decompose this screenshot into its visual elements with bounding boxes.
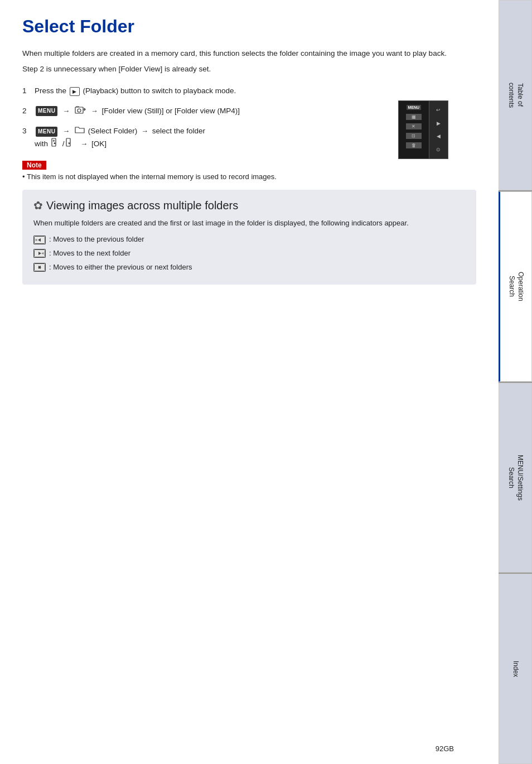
sidebar-tab-index-label: Index — [511, 661, 520, 677]
tip-title: ✿ Viewing images across multiple folders — [33, 199, 465, 212]
tip-indicator-prev: : Moves to the previous folder — [33, 234, 465, 246]
screen-icon-1: ▦ — [406, 114, 422, 120]
tip-indicator-prev-text: : Moves to the previous folder — [49, 234, 144, 246]
screen-mock: MENU ▦ ✕ ⊡ 🗑 ↩ ▶ ◀ ⊙ — [398, 100, 448, 159]
tip-sun-icon: ✿ — [33, 199, 43, 212]
view-mode-icon — [75, 105, 86, 118]
screen-icon-4: 🗑 — [406, 142, 422, 148]
screen-icon-2: ✕ — [406, 123, 422, 129]
page-title: Select Folder — [22, 17, 476, 36]
step-3-arrow-2: → — [141, 127, 148, 135]
sidebar: Table ofcontents OperationSearch MENU/Se… — [499, 0, 532, 764]
sidebar-tab-index[interactable]: Index — [499, 574, 532, 764]
svg-rect-7 — [35, 239, 37, 241]
screen-right-icon-1: ↩ — [436, 107, 441, 113]
sidebar-tab-toc[interactable]: Table ofcontents — [499, 0, 532, 190]
intro-text-1: When multiple folders are created in a m… — [22, 47, 476, 60]
intro-text-2: Step 2 is unnecessary when [Folder View]… — [22, 63, 476, 75]
screen-icon-row-2: ✕ — [400, 122, 427, 131]
next-folder-icon — [33, 249, 46, 258]
note-text: • This item is not displayed when the in… — [22, 172, 476, 181]
main-content: Select Folder When multiple folders are … — [0, 0, 499, 764]
tip-body: When multiple folders are created and th… — [33, 218, 465, 273]
step-1: 1 Press the ▶ (Playback) button to switc… — [22, 85, 476, 97]
step-3-with-text: with — [35, 140, 48, 148]
menu-badge-3: MENU — [36, 127, 57, 137]
folder-icon — [75, 125, 85, 138]
up-icon: ▲ — [51, 138, 61, 150]
svg-point-1 — [78, 109, 81, 112]
step-3-arrow-3: → — [80, 140, 88, 148]
screen-left: MENU ▦ ✕ ⊡ 🗑 — [399, 101, 429, 158]
screen-icon-row-1: ▦ — [400, 112, 427, 121]
tip-indicator-next-text: : Moves to the next folder — [49, 248, 130, 260]
prev-folder-icon — [33, 236, 46, 244]
screen-icon-row-3: ⊡ — [400, 131, 427, 140]
screen-icon-row-4: 🗑 — [400, 141, 427, 150]
step-2-arrow-1: → — [62, 107, 70, 115]
svg-text:▲: ▲ — [53, 141, 56, 145]
sidebar-tab-toc-label: Table ofcontents — [506, 83, 524, 108]
step-2-num: 2 — [22, 105, 30, 117]
screen-right-icon-3: ◀ — [437, 133, 441, 139]
sidebar-tab-operation[interactable]: OperationSearch — [499, 191, 532, 382]
down-icon: ▼ — [66, 138, 76, 150]
screen-right-icon-4: ⊙ — [436, 147, 441, 152]
sidebar-tab-menu[interactable]: MENU/SettingsSearch — [499, 383, 532, 573]
both-folders-icon — [33, 263, 46, 272]
step-1-num: 1 — [22, 85, 30, 97]
note-box: Note • This item is not displayed when t… — [22, 160, 476, 181]
screen-right-icon-2: ▶ — [437, 121, 441, 126]
svg-rect-9 — [42, 252, 44, 254]
tip-indicator-next: : Moves to the next folder — [33, 248, 465, 260]
step-3-arrow-1: → — [62, 127, 70, 135]
screen-menu-btn: MENU — [407, 105, 422, 110]
tip-indicator-both: : Moves to either the previous or next f… — [33, 262, 465, 273]
note-label: Note — [22, 160, 476, 172]
screenshot-area: MENU ▦ ✕ ⊡ 🗑 ↩ ▶ ◀ ⊙ — [398, 100, 454, 162]
step-1-content: Press the ▶ (Playback) button to switch … — [35, 85, 476, 97]
svg-text:▼: ▼ — [67, 142, 71, 145]
tip-indicator-both-text: : Moves to either the previous or next f… — [49, 262, 192, 273]
sidebar-tab-menu-label: MENU/SettingsSearch — [506, 455, 524, 501]
step-2-arrow-2: → — [91, 107, 98, 115]
tip-box: ✿ Viewing images across multiple folders… — [22, 190, 476, 284]
menu-badge-2: MENU — [36, 106, 57, 116]
page-number: 92GB — [436, 744, 454, 753]
playback-button-icon: ▶ — [70, 87, 80, 96]
tip-intro: When multiple folders are created and th… — [33, 218, 465, 229]
tip-indicator-list: : Moves to the previous folder : Moves t… — [33, 234, 465, 273]
screen-icon-3: ⊡ — [406, 133, 422, 139]
step-3-num: 3 — [22, 125, 30, 137]
screen-right: ↩ ▶ ◀ ⊙ — [429, 101, 448, 158]
sidebar-tab-operation-label: OperationSearch — [507, 272, 524, 301]
screen-menu-row: MENU — [400, 103, 427, 112]
